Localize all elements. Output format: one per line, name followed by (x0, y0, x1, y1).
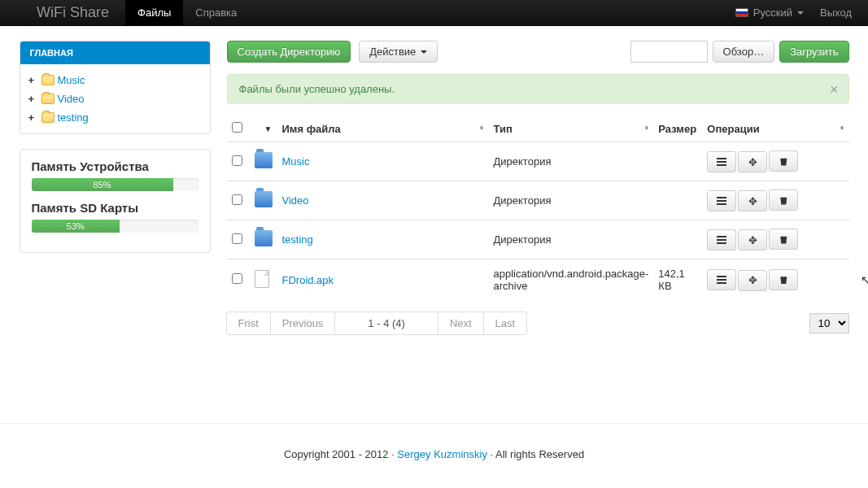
delete-button[interactable] (769, 150, 798, 172)
browse-button[interactable]: Обзор… (713, 41, 775, 63)
file-size (653, 181, 702, 220)
sort-icon[interactable]: ▼ (264, 124, 273, 133)
list-icon (717, 158, 726, 166)
file-name-link[interactable]: Music (282, 155, 310, 168)
tree-item[interactable]: +Video (28, 89, 202, 108)
pagination-previous[interactable]: Previous (270, 312, 336, 335)
move-icon: ✥ (748, 234, 757, 246)
sidebar: ГЛАВНАЯ +Music+Video+testing Память Устр… (20, 41, 211, 335)
move-button[interactable]: ✥ (738, 229, 767, 251)
action-dropdown[interactable]: Действие (359, 41, 438, 63)
delete-button[interactable] (769, 190, 798, 211)
sd-memory-label: Память SD Карты (32, 201, 198, 215)
device-memory-progress: 85% (32, 178, 198, 191)
folder-icon (41, 75, 55, 85)
move-button[interactable]: ✥ (738, 151, 767, 172)
folder-icon (41, 112, 55, 123)
tab-files[interactable]: Файлы (125, 0, 183, 25)
folder-tree: +Music+Video+testing (20, 64, 210, 133)
list-icon (717, 197, 726, 205)
file-size (653, 142, 702, 181)
sort-icon[interactable]: ♦ (840, 123, 844, 132)
footer-prefix: Copyright 2001 - 2012 · (284, 448, 397, 460)
move-button[interactable]: ✥ (738, 270, 767, 291)
file-type: Директория (489, 181, 654, 220)
row-checkbox[interactable] (232, 233, 242, 244)
expand-icon[interactable]: + (28, 111, 38, 124)
details-button[interactable] (707, 229, 736, 251)
navbar: WiFi Share Файлы Справка Русский Выход (0, 0, 868, 26)
details-button[interactable] (707, 269, 736, 290)
col-type-header: Тип (494, 123, 513, 135)
page-size-select[interactable]: 10 (809, 313, 849, 333)
folder-icon (255, 152, 273, 168)
language-dropdown[interactable]: Русский (735, 7, 804, 19)
tab-help[interactable]: Справка (183, 0, 249, 25)
file-name-link[interactable]: FDroid.apk (282, 274, 334, 286)
sd-memory-bar: 53% (32, 220, 120, 233)
expand-icon[interactable]: + (28, 74, 38, 86)
upload-button[interactable]: Загрузить (779, 41, 848, 63)
table-row: MusicДиректория✥ (227, 142, 849, 181)
row-checkbox[interactable] (232, 194, 242, 205)
flag-ru-icon (735, 8, 748, 17)
file-type: application/vnd.android.package-archive (489, 259, 654, 301)
device-memory-bar: 85% (32, 178, 173, 191)
tree-item[interactable]: +Music (28, 71, 202, 89)
tree-panel: ГЛАВНАЯ +Music+Video+testing (20, 41, 211, 134)
row-checkbox[interactable] (232, 155, 242, 166)
file-type: Директория (489, 142, 654, 181)
cursor-icon: ↖ (861, 273, 868, 286)
memory-panel: Память Устройства 85% Память SD Карты 53… (20, 149, 211, 253)
folder-icon (255, 230, 273, 246)
logout-link[interactable]: Выход (820, 7, 852, 19)
delete-button[interactable] (769, 269, 798, 290)
move-icon: ✥ (748, 156, 757, 168)
list-icon (717, 236, 726, 244)
pagination: Frist Previous 1 - 4 (4) Next Last 10 (227, 312, 849, 335)
row-checkbox[interactable] (232, 273, 242, 284)
create-directory-button[interactable]: Создать Директорию (227, 41, 351, 63)
expand-icon[interactable]: + (28, 93, 38, 105)
delete-button[interactable] (769, 229, 798, 250)
move-icon: ✥ (748, 195, 757, 207)
file-size (653, 220, 702, 259)
upload-file-input[interactable] (630, 41, 708, 63)
details-button[interactable] (707, 151, 736, 172)
caret-down-icon (797, 11, 804, 15)
select-all-checkbox[interactable] (232, 122, 242, 133)
nav-tabs: Файлы Справка (125, 0, 249, 25)
trash-icon (779, 196, 787, 205)
alert-close-button[interactable]: × (830, 81, 839, 98)
table-row: testingДиректория✥ (227, 220, 849, 259)
file-icon (255, 270, 269, 288)
trash-icon (779, 275, 787, 284)
footer: Copyright 2001 - 2012 · Sergey Kuzminski… (0, 423, 868, 477)
pagination-info: 1 - 4 (4) (334, 312, 438, 335)
footer-author-link[interactable]: Sergey Kuzminskiy (397, 448, 487, 460)
pagination-last[interactable]: Last (483, 312, 528, 335)
main-content: Создать Директорию Действие Обзор… Загру… (227, 41, 849, 335)
tree-panel-header: ГЛАВНАЯ (20, 41, 210, 64)
move-button[interactable]: ✥ (738, 190, 767, 211)
sort-icon[interactable]: ♦ (479, 123, 483, 132)
file-table: ▼ Имя файла♦ Тип♦ Размер Операции♦ Music… (227, 115, 849, 300)
file-name-link[interactable]: testing (282, 233, 313, 246)
footer-suffix: · All rights Reserved (487, 448, 584, 460)
tree-item[interactable]: +testing (28, 108, 202, 127)
file-name-link[interactable]: Video (282, 194, 309, 207)
file-type: Директория (489, 220, 654, 259)
action-label: Действие (369, 46, 416, 58)
sort-icon[interactable]: ♦ (644, 123, 648, 132)
folder-icon (255, 191, 273, 207)
table-row: VideoДиректория✥ (227, 181, 849, 220)
list-icon (717, 276, 726, 284)
details-button[interactable] (707, 190, 736, 211)
pagination-next[interactable]: Next (438, 312, 484, 335)
tree-item-label: Video (58, 93, 85, 105)
pagination-first[interactable]: Frist (226, 312, 271, 335)
caret-down-icon (421, 50, 427, 54)
trash-icon (779, 235, 787, 244)
move-icon: ✥ (748, 274, 757, 286)
folder-icon (41, 94, 55, 104)
